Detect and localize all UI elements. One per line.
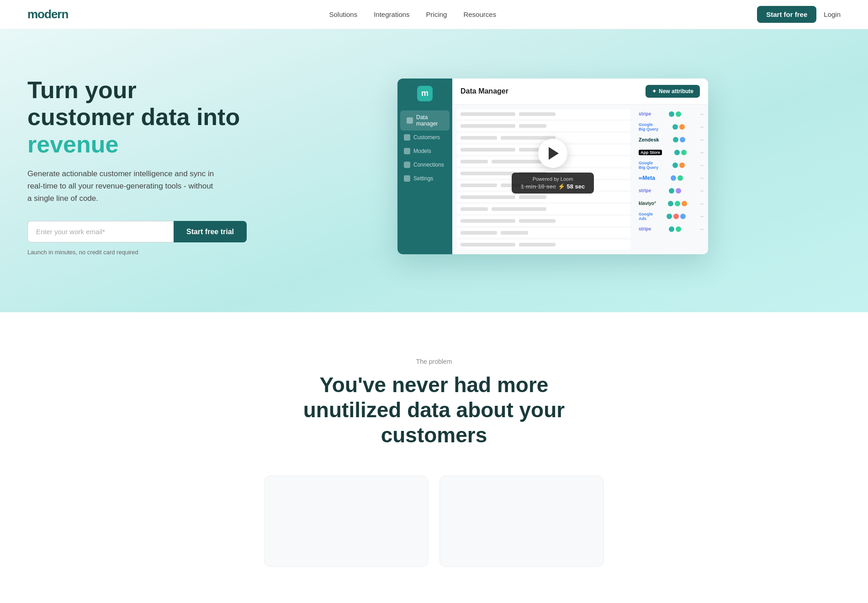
google-ads-logo: GoogleAds xyxy=(639,212,653,221)
google-bq-logo: GoogleBig Query xyxy=(639,122,658,131)
table-row xyxy=(457,216,630,226)
arrow-icon: → xyxy=(699,136,704,143)
arrow-icon: → xyxy=(699,124,704,130)
row-bar xyxy=(519,243,556,246)
integration-icons xyxy=(674,150,687,155)
stripe-logo: stripe xyxy=(639,111,651,116)
video-overlay: Powered by Loom 1 min 10 sec ⚡ 58 sec xyxy=(512,139,594,194)
row-bar xyxy=(519,124,546,128)
hero-title-accent: revenue xyxy=(27,131,118,157)
hero-left: Turn your customer data into revenue Gen… xyxy=(27,77,247,256)
loom-time-old: 1 min 10 sec xyxy=(521,183,556,190)
icon-dot xyxy=(673,137,678,142)
nav-login-button[interactable]: Login xyxy=(824,10,841,18)
sidebar-customers[interactable]: Customers xyxy=(397,131,452,144)
klaviyo-logo: klaviyo° xyxy=(639,201,656,206)
app-integrations: stripe → GoogleBig Query xyxy=(635,105,708,254)
row-bar xyxy=(460,207,488,211)
app-sidebar-logo: m xyxy=(417,86,433,101)
row-bar xyxy=(460,160,488,163)
table-row xyxy=(457,228,630,238)
arrow-icon: → xyxy=(699,175,704,181)
app-screenshot: m Data manager Customers Models Connecti… xyxy=(397,79,708,254)
nav-resources[interactable]: Resources xyxy=(463,10,496,18)
sidebar-connections-label: Connections xyxy=(413,162,444,168)
arrow-icon: → xyxy=(699,226,704,232)
connections-icon xyxy=(404,162,410,168)
integration-appstore: App Store → xyxy=(639,147,704,158)
nav-integrations[interactable]: Integrations xyxy=(374,10,409,18)
lightning-icon: ⚡ xyxy=(558,183,567,190)
icon-dot xyxy=(671,175,676,181)
stripe2-logo: stripe xyxy=(639,188,651,193)
stripe3-logo: stripe xyxy=(639,226,651,231)
arrow-icon: → xyxy=(699,162,704,168)
row-bar xyxy=(519,112,556,116)
arrow-icon: → xyxy=(699,200,704,207)
nav-solutions[interactable]: Solutions xyxy=(329,10,357,18)
row-bar xyxy=(519,195,546,199)
icon-dot xyxy=(668,201,673,206)
integration-icons xyxy=(671,175,683,181)
integration-icons xyxy=(672,163,685,168)
nav-actions: Start for free Login xyxy=(757,6,841,23)
icon-dot xyxy=(673,214,679,219)
integration-icons xyxy=(673,137,685,142)
icon-dot xyxy=(672,124,678,130)
sidebar-models[interactable]: Models xyxy=(397,144,452,158)
arrow-icon: → xyxy=(699,188,704,194)
integration-stripe3: stripe → xyxy=(639,223,704,235)
sidebar-customers-label: Customers xyxy=(413,134,440,141)
icon-dot xyxy=(676,111,681,117)
nav-pricing[interactable]: Pricing xyxy=(426,10,447,18)
logo: modern xyxy=(27,7,68,21)
zendesk-logo: Zendesk xyxy=(639,137,659,142)
hero-cta-button[interactable]: Start free trial xyxy=(174,221,247,242)
icon-dot xyxy=(682,201,687,206)
integration-stripe: stripe → xyxy=(639,108,704,120)
integration-google-ads: GoogleAds → xyxy=(639,210,704,222)
row-bar xyxy=(460,112,515,116)
models-icon xyxy=(404,148,410,154)
row-bar xyxy=(460,136,497,140)
row-bar xyxy=(460,184,497,187)
loom-powered-label: Powered by Loom xyxy=(518,176,587,182)
app-sidebar: m Data manager Customers Models Connecti… xyxy=(397,79,452,254)
hero-form: Start free trial xyxy=(27,221,247,242)
play-button[interactable] xyxy=(538,139,567,168)
icon-dot xyxy=(669,188,674,194)
problem-title: You've never had more unutilized data ab… xyxy=(279,372,589,448)
nav-start-free-button[interactable]: Start for free xyxy=(757,6,816,23)
new-attribute-button[interactable]: ✦ New attribute xyxy=(646,85,700,98)
hero-subtitle: Generate actionable customer intelligenc… xyxy=(27,168,219,205)
hero-note: Launch in minutes, no credit card requir… xyxy=(27,249,247,256)
icon-dot xyxy=(679,163,685,168)
row-bar xyxy=(501,231,528,235)
table-row xyxy=(457,240,630,250)
integration-icons xyxy=(668,201,687,206)
sidebar-settings[interactable]: Settings xyxy=(397,172,452,185)
hero-right: m Data manager Customers Models Connecti… xyxy=(247,79,841,254)
icon-dot xyxy=(676,188,681,194)
sidebar-data-manager[interactable]: Data manager xyxy=(400,110,450,131)
play-triangle-icon xyxy=(549,147,559,160)
cards-row xyxy=(27,476,841,567)
sidebar-connections[interactable]: Connections xyxy=(397,158,452,172)
row-bar xyxy=(492,207,546,211)
google-bq2-logo: GoogleBig Query xyxy=(639,161,658,170)
new-attribute-sparkle-icon: ✦ xyxy=(652,88,656,94)
icon-dot xyxy=(679,124,685,130)
problem-label: The problem xyxy=(27,358,841,365)
row-bar xyxy=(460,243,515,246)
customers-icon xyxy=(404,134,410,141)
app-header: Data Manager ✦ New attribute xyxy=(452,79,708,105)
arrow-icon: → xyxy=(699,213,704,220)
integration-icons xyxy=(672,124,685,130)
settings-icon xyxy=(404,175,410,182)
table-row xyxy=(457,109,630,119)
problem-card-1 xyxy=(264,476,429,567)
icon-dot xyxy=(669,111,674,117)
app-header-title: Data Manager xyxy=(460,87,508,95)
hero-email-input[interactable] xyxy=(27,221,174,242)
hero-title-part1: Turn your customer data into xyxy=(27,77,240,131)
